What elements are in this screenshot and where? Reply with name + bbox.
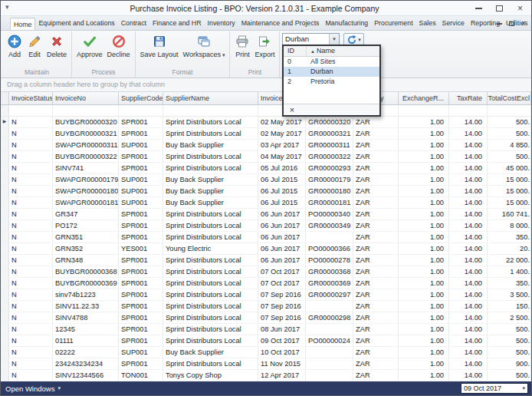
grid-cell[interactable]: N (9, 163, 53, 173)
table-row[interactable]: N02222SUP001Buy Back Supplier10 Oct 2017… (1, 347, 531, 358)
grid-cell[interactable]: Young Electric (163, 243, 258, 254)
grid-cell[interactable]: 12 Apr 2017 (258, 370, 306, 381)
export-button[interactable]: Export (252, 32, 277, 58)
grid-cell[interactable]: ZAR (353, 243, 399, 254)
grid-cell[interactable]: SPR001 (119, 128, 163, 139)
grid-cell[interactable]: SUP001 (119, 140, 163, 150)
grid-cell[interactable]: 1.00 (399, 220, 449, 231)
grid-cell[interactable]: SPR001 (119, 255, 163, 266)
grid-cell[interactable]: N (9, 278, 53, 289)
grid-cell[interactable]: ZAR (353, 347, 399, 358)
grid-cell[interactable]: 1.00 (399, 174, 449, 185)
grid-cell[interactable]: PO172 (53, 220, 119, 231)
grid-cell[interactable]: ZAR (353, 140, 399, 150)
grid-cell[interactable]: Buy Back Supplier (163, 186, 258, 196)
filter-cell[interactable] (488, 105, 531, 116)
grid-cell[interactable]: N (9, 347, 53, 358)
grid-cell[interactable]: 07 Sep 2016 (258, 312, 306, 323)
tab-equipment-and-locations[interactable]: Equipment and Locations (35, 17, 117, 30)
date-picker[interactable]: 09 Oct 2017 ▾ (461, 383, 528, 394)
grid-cell[interactable]: GRN348 (53, 255, 119, 266)
column-header-taxrate[interactable]: TaxRate (449, 92, 488, 104)
grid-cell[interactable]: N (9, 266, 53, 277)
filter-cell[interactable] (399, 105, 449, 116)
filter-cell[interactable] (163, 105, 258, 116)
grid-cell[interactable]: Sprint Distributors Local (163, 278, 258, 289)
clear-filter-button[interactable]: × (286, 105, 298, 115)
grid-cell[interactable]: GR00000298 (306, 312, 353, 323)
combo-dropdown-button[interactable]: ▾ (329, 34, 339, 45)
table-row[interactable]: NSWAPGR00000179SUP001Buy Back Supplier06… (1, 174, 531, 186)
grid-cell[interactable]: Sprint Distributors Local (163, 151, 258, 162)
grid-cell[interactable]: 11 Nov 2015 (258, 358, 306, 369)
table-row[interactable]: N234243234234SPR001Sprint Distributors L… (1, 358, 531, 370)
grid-cell[interactable]: Tonys Copy Shop (163, 370, 258, 381)
grid-cell[interactable]: 02222 (53, 347, 119, 358)
grid-cell[interactable]: ZAR (353, 163, 399, 173)
grid-cell[interactable]: 160 741. (488, 209, 531, 219)
popup-column-name[interactable]: ▲ Name (307, 46, 379, 56)
column-header-suppliercode[interactable]: SupplierCode (119, 92, 163, 104)
table-row[interactable]: NSINV4788SPR001Sprint Distributors Local… (1, 312, 531, 324)
grid-cell[interactable]: GR00000297 (306, 289, 353, 300)
save-layout-button[interactable]: Save Layout (138, 32, 181, 58)
grid-cell[interactable]: N (9, 301, 53, 312)
grid-cell[interactable]: BUYBGR00000322 (53, 151, 119, 162)
grid-cell[interactable]: N (9, 370, 53, 381)
grid-cell[interactable]: 07 Sep 2016 (258, 289, 306, 300)
grid-cell[interactable]: 1.00 (399, 232, 449, 243)
grid-cell[interactable]: Buy Back Supplier (163, 140, 258, 150)
grid-cell[interactable]: 06 Jun 2017 (258, 243, 306, 254)
grid-cell[interactable]: Buy Back Supplier (163, 174, 258, 185)
grid-cell[interactable] (306, 301, 353, 312)
table-row[interactable]: NGRN348SPR001Sprint Distributors Local06… (1, 255, 531, 266)
grid-cell[interactable]: SUP001 (119, 197, 163, 208)
table-row[interactable]: NSWAPGR00000181SUP001Buy Back Supplier06… (1, 197, 531, 209)
grid-cell[interactable]: N (9, 358, 53, 369)
print-button[interactable]: Print (232, 32, 252, 58)
mdi-restore-button[interactable] (506, 18, 517, 28)
grid-cell[interactable]: GR00000320 (306, 117, 353, 127)
grid-cell[interactable]: GR00000181 (306, 197, 353, 208)
grid-cell[interactable]: 14.00 (449, 163, 488, 173)
grid-cell[interactable]: 14.00 (449, 151, 488, 162)
grid-cell[interactable]: 1.00 (399, 151, 449, 162)
site-filter-combobox[interactable]: Durban ▾ (282, 33, 340, 45)
grid-cell[interactable]: 1.00 (399, 278, 449, 289)
grid-cell[interactable]: Sprint Distributors Local (163, 358, 258, 369)
grid-cell[interactable]: 1.00 (399, 335, 449, 346)
column-header-exchanger[interactable]: ExchangeR... (399, 92, 449, 104)
grid-cell[interactable]: 3 500. (488, 289, 531, 300)
grid-cell[interactable]: SPR001 (119, 278, 163, 289)
grid-cell[interactable]: 14.00 (449, 358, 488, 369)
grid-cell[interactable]: ZAR (353, 312, 399, 323)
site-id-cell[interactable]: 2 (284, 77, 307, 87)
grid-cell[interactable]: Sprint Distributors Local (163, 255, 258, 266)
grid-cell[interactable]: 14.00 (449, 197, 488, 208)
grid-cell[interactable]: ZAR (353, 289, 399, 300)
grid-cell[interactable]: N (9, 324, 53, 335)
tab-sales[interactable]: Sales (416, 17, 439, 30)
grid-cell[interactable]: N (9, 174, 53, 185)
grid-cell[interactable]: PO00000340 (306, 209, 353, 219)
grid-cell[interactable]: 03 Apr 2017 (258, 140, 306, 150)
grid-cell[interactable]: PO00000278 (306, 255, 353, 266)
grid-cell[interactable]: PO00000366 (306, 243, 353, 254)
close-button[interactable]: × (510, 2, 530, 15)
grid-cell[interactable]: Sprint Distributors Local (163, 163, 258, 173)
grid-cell[interactable]: 08 Jun 2017 (258, 324, 306, 335)
grid-cell[interactable]: 10 Oct 2017 (258, 347, 306, 358)
grid-cell[interactable]: TON001 (119, 370, 163, 381)
quick-access-menu-icon[interactable]: ▾ (5, 3, 9, 11)
grid-cell[interactable]: 14.00 (449, 186, 488, 196)
grid-cell[interactable]: 14.00 (449, 289, 488, 300)
add-button[interactable]: Add (5, 32, 25, 58)
column-header-invoicestatus[interactable]: InvoiceStatus (9, 92, 53, 104)
grid-cell[interactable]: 14.00 (449, 128, 488, 139)
grid-cell[interactable]: 20. (488, 243, 531, 254)
grid-cell[interactable]: GR00000322 (306, 151, 353, 162)
grid-cell[interactable]: 06 Jul 2015 (258, 174, 306, 185)
grid-cell[interactable]: SWAPGR00000311 (53, 140, 119, 150)
grid-cell[interactable]: SPR001 (119, 232, 163, 243)
grid-cell[interactable]: 150. (488, 301, 531, 312)
